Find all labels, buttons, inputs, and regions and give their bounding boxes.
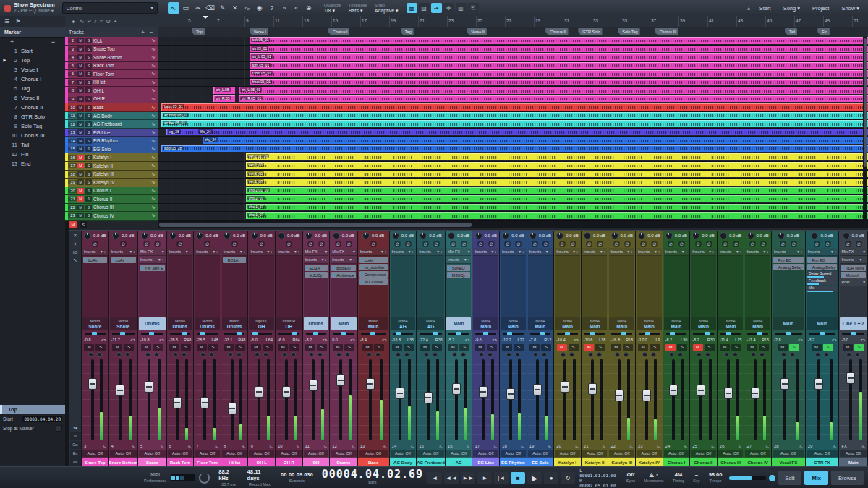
solo-button[interactable]: S xyxy=(85,129,92,135)
phase-invert-button[interactable]: ∅ xyxy=(613,241,620,247)
solo-button[interactable]: S xyxy=(235,344,245,351)
pan-slider[interactable] xyxy=(720,331,741,336)
mute-button[interactable]: M xyxy=(77,188,84,194)
fader-cap[interactable] xyxy=(697,385,705,396)
flag-icon[interactable]: ⚑ xyxy=(15,18,20,25)
automation-icon[interactable]: ∿ xyxy=(521,444,524,449)
phase-invert-button[interactable]: ∅ xyxy=(231,241,238,247)
gain-value[interactable]: -3.2 xyxy=(808,338,814,342)
post-inserts-header[interactable]: Post▾ xyxy=(840,278,867,286)
solo-button[interactable]: S xyxy=(85,205,92,210)
output-routing[interactable]: MonoSnare xyxy=(110,317,137,330)
track-row[interactable]: 12MSAG Fretboard∿ xyxy=(65,120,158,129)
solo-button[interactable]: S xyxy=(85,105,92,111)
pan-slider[interactable] xyxy=(503,331,524,336)
power-indicator[interactable] xyxy=(333,274,335,276)
inserts-header[interactable]: Inserts▾ + xyxy=(691,248,716,256)
power-indicator[interactable] xyxy=(306,274,308,276)
phase-invert-button[interactable]: ∅ xyxy=(825,241,831,247)
pan-value[interactable]: <> xyxy=(465,338,469,342)
mixfx-header[interactable]: Mix FX▾ xyxy=(331,248,356,256)
phase-invert-button[interactable]: ∅ xyxy=(722,241,728,247)
gain-value[interactable]: -16.8 xyxy=(392,338,401,342)
automation-mode[interactable]: Auto: Off xyxy=(331,450,356,457)
solo-button[interactable]: S xyxy=(263,344,273,351)
solo-button[interactable]: S xyxy=(731,344,741,351)
pan-value[interactable]: <> xyxy=(574,338,578,342)
solo-button[interactable]: S xyxy=(705,344,715,351)
automation-mode[interactable]: Auto: Off xyxy=(609,450,634,457)
phase-invert-button[interactable]: ∅ xyxy=(318,241,325,247)
power-indicator[interactable] xyxy=(333,267,335,269)
channel-strip[interactable]: 0.0 dB∅Inserts▾ +Input LOH-6.0L64MS9∿Aut… xyxy=(248,231,276,467)
automation-icon[interactable]: ∿ xyxy=(103,444,106,449)
inserts-header[interactable]: Inserts▾ + xyxy=(110,248,137,256)
inserts-header[interactable]: Inserts▾ + xyxy=(195,248,220,256)
add-insert-button[interactable]: ▾ + xyxy=(464,257,470,262)
inserts-header[interactable]: Inserts▾ + xyxy=(359,248,388,256)
pan-value[interactable]: <> xyxy=(832,338,836,342)
solo-button[interactable]: S xyxy=(85,54,92,60)
output-routing[interactable]: Main xyxy=(446,317,472,330)
inserts-header[interactable]: Inserts▾ + xyxy=(501,248,526,256)
pan-slider[interactable] xyxy=(747,331,768,336)
record-arm-dot[interactable] xyxy=(588,352,593,357)
pan-value[interactable]: <> xyxy=(323,338,327,342)
cue-knob[interactable] xyxy=(362,232,370,239)
channel-strip[interactable]: 0.0 dB∅∅Inserts▾ +NoneMain-10.6L18MS21∿A… xyxy=(582,231,609,467)
channel-strip[interactable]: 0.0 dB∅∅Mix FX▾Inserts▾ +TDR NovaMixtool… xyxy=(839,231,868,467)
pan-slider[interactable] xyxy=(141,331,163,336)
solo-button[interactable]: S xyxy=(85,213,92,218)
audio-clip[interactable]: oh_L.05 xyxy=(213,87,235,94)
output-routing[interactable]: NoneMain xyxy=(609,317,634,330)
phase-invert-button[interactable]: ∅ xyxy=(477,241,484,247)
automation-icon[interactable]: ∿ xyxy=(657,444,660,449)
add-insert-button[interactable]: ▾ + xyxy=(831,249,837,254)
track-row[interactable]: 4MSSnare Bottom∿ xyxy=(65,53,158,62)
gain-value[interactable]: -5.2 xyxy=(448,338,454,342)
audio-clip[interactable]: cho 2_01 xyxy=(246,195,868,202)
list-icon[interactable]: ☰ xyxy=(4,18,9,25)
record-arm-dot[interactable] xyxy=(615,352,620,357)
cue-knob[interactable] xyxy=(778,232,785,239)
phase-invert-button[interactable]: ∅ xyxy=(791,241,797,247)
mute-button[interactable]: M xyxy=(77,38,84,43)
record-arm-dot[interactable] xyxy=(479,352,484,357)
marker-flag[interactable]: Chorus I xyxy=(328,28,350,35)
pan-slider[interactable] xyxy=(333,331,354,336)
automation-mode[interactable]: Auto: Off xyxy=(718,450,744,457)
audio-clip[interactable]: oh_R.05 xyxy=(213,95,235,103)
automation-icon[interactable]: ∿ xyxy=(439,444,443,449)
next-marker-button[interactable]: ► xyxy=(477,472,492,484)
automation-icon[interactable]: ∿ xyxy=(410,444,414,449)
marker-list-item[interactable]: 3Verse I xyxy=(0,65,65,74)
automation-icon[interactable]: ∿ xyxy=(861,444,865,449)
audio-clip[interactable]: f tom.05_01 xyxy=(250,70,868,77)
output-routing[interactable]: MonoMain xyxy=(359,317,388,330)
pan-thumb[interactable] xyxy=(200,332,205,335)
solo-button[interactable]: S xyxy=(124,344,134,351)
cue-knob[interactable] xyxy=(305,232,312,239)
cue-knob[interactable] xyxy=(84,232,91,239)
marker-flag[interactable]: Tag xyxy=(401,28,414,35)
add-insert-button[interactable]: ▾ + xyxy=(349,257,355,262)
gain-value[interactable]: -9.6 xyxy=(475,338,481,342)
fader-cap[interactable] xyxy=(145,381,153,393)
marker-flag[interactable]: Tail xyxy=(785,28,797,35)
add-insert-button[interactable]: ▾ + xyxy=(129,249,135,254)
gain-value[interactable]: -3.2 xyxy=(305,338,312,342)
automation-icon[interactable]: ∿ xyxy=(602,444,605,449)
cue-knob[interactable] xyxy=(475,232,482,239)
loop-button[interactable]: ↻ xyxy=(561,472,575,484)
mute-button[interactable]: M xyxy=(77,80,84,85)
mute-button[interactable]: M xyxy=(420,344,430,351)
automation-icon[interactable]: ∿ xyxy=(132,444,135,449)
browse-view-button[interactable]: Browse xyxy=(831,471,864,485)
add-insert-button[interactable]: ▾ + xyxy=(158,257,164,262)
solo-button[interactable]: S xyxy=(459,344,469,351)
audio-clip[interactable]: cho 1_07 xyxy=(246,204,868,211)
mute-button[interactable]: M xyxy=(169,344,179,351)
insert-plugin[interactable]: Pro EQ xyxy=(807,257,838,263)
record-arm-dot[interactable] xyxy=(846,352,851,357)
power-indicator[interactable] xyxy=(361,281,363,283)
